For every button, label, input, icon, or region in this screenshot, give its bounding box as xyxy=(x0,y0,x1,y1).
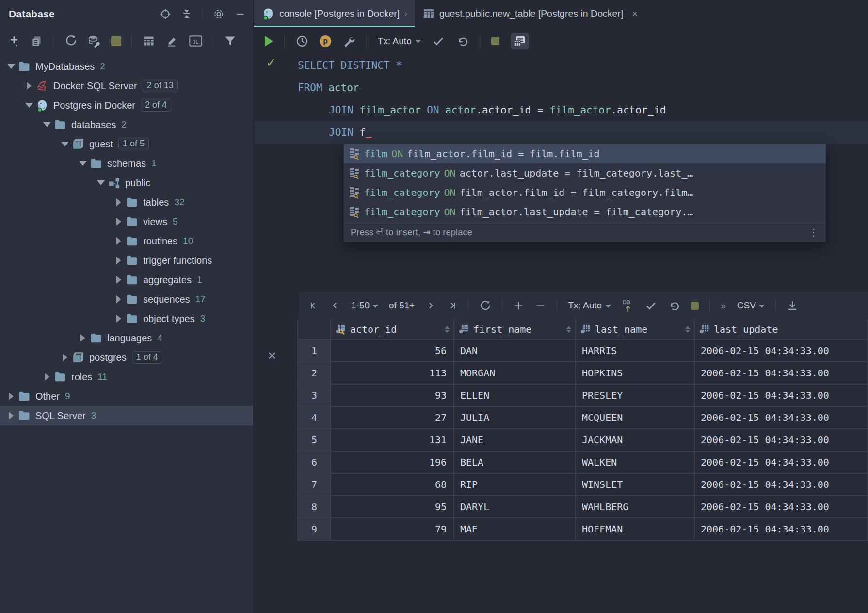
tree-item-sql-server[interactable]: SQL Server3 xyxy=(0,406,253,425)
datasource-properties-icon[interactable] xyxy=(87,34,101,48)
commit-check-icon[interactable] xyxy=(432,35,445,48)
cell-first_name[interactable]: ELLEN xyxy=(454,384,576,406)
expanded-arrow-icon[interactable] xyxy=(77,161,89,166)
last-page-icon[interactable] xyxy=(447,300,457,311)
next-page-icon[interactable] xyxy=(425,300,436,311)
cell-first_name[interactable]: DAN xyxy=(454,339,576,362)
tree-item-other[interactable]: Other9 xyxy=(0,387,253,406)
row-number[interactable]: 4 xyxy=(298,406,331,429)
tree-item-postgres-in-docker[interactable]: Postgres in Docker2 of 4 xyxy=(0,96,253,115)
code-line[interactable]: SELECT DISTINCT * xyxy=(254,54,868,77)
cell-last_update[interactable]: 2006-02-15 04:34:33.00 xyxy=(694,518,868,540)
cell-actor_id[interactable]: 113 xyxy=(331,362,454,384)
rollback-icon[interactable] xyxy=(456,35,468,48)
tree-item-mydatabases[interactable]: MyDatabases2 xyxy=(0,57,253,76)
cell-actor_id[interactable]: 56 xyxy=(331,339,454,362)
tree-item-tables[interactable]: tables32 xyxy=(0,193,253,212)
expanded-arrow-icon[interactable] xyxy=(41,122,53,127)
stop-results-button[interactable] xyxy=(691,302,699,310)
cell-last_name[interactable]: WALKEN xyxy=(576,451,694,473)
code-line[interactable]: JOIN f_ xyxy=(254,121,868,144)
expanded-arrow-icon[interactable] xyxy=(59,142,71,146)
commit-icon[interactable] xyxy=(645,300,657,312)
rollback-results-icon[interactable] xyxy=(668,300,680,312)
close-tab-icon[interactable]: × xyxy=(632,8,638,19)
cell-first_name[interactable]: MAE xyxy=(454,518,576,540)
tree-item-roles[interactable]: roles11 xyxy=(0,367,253,387)
tree-item-aggregates[interactable]: aggregates1 xyxy=(0,270,253,290)
completion-item[interactable]: film_category ON film_actor.film_id = fi… xyxy=(344,183,826,202)
code-line[interactable]: JOIN film_actor ON actor.actor_id = film… xyxy=(254,99,868,121)
delete-row-icon[interactable] xyxy=(535,300,546,311)
collapsed-arrow-icon[interactable] xyxy=(113,218,125,226)
cell-last_update[interactable]: 2006-02-15 04:34:33.00 xyxy=(694,473,868,496)
sql-editor[interactable]: SELECT DISTINCT *FROM actorJOIN film_act… xyxy=(254,54,868,613)
tree-item-views[interactable]: views5 xyxy=(0,212,253,231)
edit-button[interactable] xyxy=(165,34,178,48)
cell-first_name[interactable]: DARYL xyxy=(454,496,576,518)
locate-object-icon[interactable] xyxy=(160,8,171,20)
submit-to-db-icon[interactable]: DB xyxy=(622,298,634,313)
column-header-last_update[interactable]: last_update xyxy=(694,319,868,339)
results-tx-dropdown[interactable]: Tx: Auto xyxy=(568,300,611,311)
first-page-icon[interactable] xyxy=(308,300,319,311)
tree-item-guest[interactable]: guest1 of 5 xyxy=(0,134,253,154)
collapsed-arrow-icon[interactable] xyxy=(5,392,17,400)
collapsed-arrow-icon[interactable] xyxy=(113,315,125,323)
stop-button[interactable] xyxy=(111,36,121,46)
cell-last_name[interactable]: HOPKINS xyxy=(576,362,694,384)
row-number[interactable]: 1 xyxy=(298,339,331,362)
refresh-button[interactable] xyxy=(64,34,77,48)
close-results-icon[interactable]: ✕ xyxy=(266,349,278,363)
settings-wrench-icon[interactable] xyxy=(342,35,355,48)
expanded-arrow-icon[interactable] xyxy=(5,64,17,69)
cell-last_update[interactable]: 2006-02-15 04:34:33.00 xyxy=(694,406,868,429)
cell-last_update[interactable]: 2006-02-15 04:34:33.00 xyxy=(694,384,868,406)
cell-first_name[interactable]: JULIA xyxy=(454,406,576,429)
export-format-dropdown[interactable]: CSV xyxy=(737,300,765,311)
column-header-last_name[interactable]: last_name xyxy=(576,319,694,339)
cell-actor_id[interactable]: 131 xyxy=(331,429,454,451)
collapsed-arrow-icon[interactable] xyxy=(5,412,17,419)
cell-actor_id[interactable]: 196 xyxy=(331,451,454,473)
collapsed-arrow-icon[interactable] xyxy=(41,373,53,381)
history-clock-icon[interactable] xyxy=(296,35,308,48)
download-icon[interactable] xyxy=(787,300,798,311)
tree-item-routines[interactable]: routines10 xyxy=(0,231,253,251)
duplicate-button[interactable] xyxy=(31,35,43,48)
collapsed-arrow-icon[interactable] xyxy=(59,354,71,361)
cell-first_name[interactable]: RIP xyxy=(454,473,576,496)
cell-last_update[interactable]: 2006-02-15 04:34:33.00 xyxy=(694,362,868,384)
collapsed-arrow-icon[interactable] xyxy=(113,295,125,303)
column-header-first_name[interactable]: first_name xyxy=(454,319,576,339)
completion-item[interactable]: film_category ON film_actor.last_update … xyxy=(344,202,826,222)
tree-item-databases[interactable]: databases2 xyxy=(0,115,253,134)
code-line[interactable]: FROM actor xyxy=(254,77,868,99)
query-console-button[interactable]: QL xyxy=(189,34,203,48)
cell-last_name[interactable]: WINSLET xyxy=(576,473,694,496)
tree-item-trigger-functions[interactable]: trigger functions xyxy=(0,251,253,270)
expanded-arrow-icon[interactable] xyxy=(23,103,35,108)
row-number[interactable]: 5 xyxy=(298,429,331,451)
page-range-dropdown[interactable]: 1-50 xyxy=(351,300,378,311)
sort-arrows-icon[interactable] xyxy=(685,326,690,333)
column-header-actor_id[interactable]: actor_id xyxy=(331,319,454,339)
collapsed-arrow-icon[interactable] xyxy=(113,237,125,245)
prev-page-icon[interactable] xyxy=(330,300,340,311)
hide-panel-icon[interactable] xyxy=(235,9,245,19)
cell-last_name[interactable]: WAHLBERG xyxy=(576,496,694,518)
cell-last_update[interactable]: 2006-02-15 04:34:33.00 xyxy=(694,339,868,362)
tab-console[interactable]: console [Postgres in Docker] › xyxy=(254,0,415,27)
row-number[interactable]: 9 xyxy=(298,518,331,540)
kebab-menu-icon[interactable]: ⋮ xyxy=(809,226,819,238)
collapsed-arrow-icon[interactable] xyxy=(77,334,89,342)
cell-actor_id[interactable]: 79 xyxy=(331,518,454,540)
cell-actor_id[interactable]: 93 xyxy=(331,384,454,406)
cell-last_name[interactable]: JACKMAN xyxy=(576,429,694,451)
tx-mode-dropdown[interactable]: Tx: Auto xyxy=(378,36,421,47)
row-number[interactable]: 2 xyxy=(298,362,331,384)
cell-last_name[interactable]: PRESLEY xyxy=(576,384,694,406)
cell-last_update[interactable]: 2006-02-15 04:34:33.00 xyxy=(694,429,868,451)
row-number[interactable]: 8 xyxy=(298,496,331,518)
cell-actor_id[interactable]: 27 xyxy=(331,406,454,429)
